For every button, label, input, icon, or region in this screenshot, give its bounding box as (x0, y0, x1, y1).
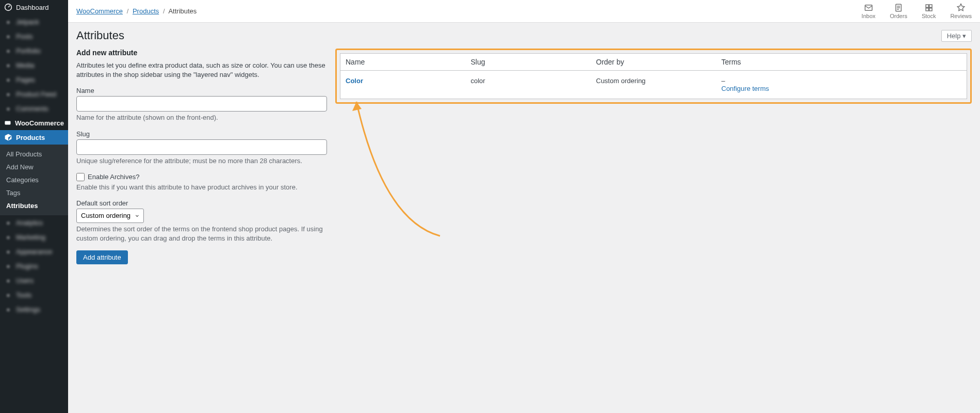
stock-icon (924, 3, 934, 12)
activity-panel: Inbox Orders Stock Reviews (861, 3, 972, 19)
products-icon (4, 133, 12, 141)
sort-help: Determines the sort order of the terms o… (76, 225, 327, 243)
woocommerce-icon (4, 119, 11, 127)
top-bar: WooCommerce / Products / Attributes Inbo… (68, 0, 980, 23)
generic-icon: ● (4, 247, 12, 256)
submenu-tags[interactable]: Tags (0, 186, 68, 199)
generic-icon: ● (4, 104, 12, 113)
svg-rect-7 (929, 8, 932, 11)
sidebar-label-products: Products (16, 134, 45, 141)
name-label: Name (76, 87, 327, 94)
name-help: Name for the attribute (shown on the fro… (76, 113, 327, 122)
highlight-arrow-icon (332, 86, 466, 251)
dashboard-icon (4, 3, 12, 11)
generic-icon: ● (4, 276, 12, 284)
activity-inbox[interactable]: Inbox (861, 3, 875, 19)
sidebar-item-blurred[interactable]: ●Appearance (0, 244, 68, 259)
submenu-categories[interactable]: Categories (0, 173, 68, 186)
sidebar-item-blurred[interactable]: ●Jetpack (0, 14, 68, 29)
attribute-name-link[interactable]: Color (346, 77, 363, 85)
sidebar-item-blurred[interactable]: ●Users (0, 273, 68, 288)
help-button[interactable]: Help ▾ (941, 30, 972, 42)
enable-archives-label: Enable Archives? (88, 173, 139, 181)
sidebar-item-blurred[interactable]: ●Analytics (0, 215, 68, 230)
sidebar-item-blurred[interactable]: ●Media (0, 58, 68, 72)
main-content: WooCommerce / Products / Attributes Inbo… (68, 0, 980, 413)
table-row: Color color Custom ordering – Configure … (340, 71, 967, 99)
sidebar-label-dashboard: Dashboard (16, 4, 49, 11)
generic-icon: ● (4, 46, 12, 55)
generic-icon: ● (4, 218, 12, 227)
slug-help: Unique slug/reference for the attribute;… (76, 156, 327, 166)
slug-label: Slug (76, 130, 327, 138)
svg-rect-6 (926, 8, 928, 11)
attribute-terms: – (722, 77, 725, 85)
attributes-table: Name Slug Order by Terms Color color (340, 53, 967, 99)
submenu-attributes[interactable]: Attributes (0, 199, 68, 212)
sidebar-item-blurred[interactable]: ●Marketing (0, 230, 68, 244)
sidebar-item-blurred[interactable]: ●Settings (0, 302, 68, 316)
generic-icon: ● (4, 18, 12, 26)
submenu-all-products[interactable]: All Products (0, 148, 68, 161)
sort-label: Default sort order (76, 199, 327, 207)
sidebar-label-woocommerce: WooCommerce (15, 119, 64, 127)
add-attribute-button[interactable]: Add attribute (76, 250, 128, 264)
sidebar-item-blurred[interactable]: ●Plugins (0, 259, 68, 273)
inbox-icon (864, 3, 873, 12)
enable-archives-checkbox[interactable] (76, 173, 85, 181)
attribute-slug: color (466, 71, 591, 99)
generic-icon: ● (4, 262, 12, 270)
generic-icon: ● (4, 90, 12, 98)
name-input[interactable] (76, 96, 327, 112)
sidebar-item-woocommerce[interactable]: WooCommerce (0, 116, 68, 130)
svg-rect-4 (926, 5, 928, 7)
add-attribute-form: Add new attribute Attributes let you def… (76, 49, 327, 264)
col-terms[interactable]: Terms (716, 54, 967, 71)
col-name[interactable]: Name (340, 54, 466, 71)
slug-input[interactable] (76, 139, 327, 155)
sidebar-item-blurred[interactable]: ●Posts (0, 29, 68, 43)
form-heading: Add new attribute (76, 49, 327, 57)
activity-stock[interactable]: Stock (922, 3, 936, 19)
generic-icon: ● (4, 291, 12, 299)
breadcrumb-woocommerce[interactable]: WooCommerce (76, 7, 123, 15)
sidebar-item-blurred[interactable]: ●Tools (0, 288, 68, 302)
breadcrumb-products[interactable]: Products (133, 7, 159, 15)
activity-reviews[interactable]: Reviews (950, 3, 972, 19)
sidebar-submenu-products: All Products Add New Categories Tags Att… (0, 145, 68, 215)
generic-icon: ● (4, 75, 12, 84)
generic-icon: ● (4, 32, 12, 40)
chevron-down-icon: ▾ (962, 32, 966, 40)
orders-icon (894, 3, 903, 12)
submenu-add-new[interactable]: Add New (0, 161, 68, 173)
breadcrumb: WooCommerce / Products / Attributes (76, 7, 197, 15)
attributes-table-highlight: Name Slug Order by Terms Color color (335, 49, 972, 104)
admin-sidebar: Dashboard ●Jetpack ●Posts ●Portfolio ●Me… (0, 0, 68, 413)
sort-order-select[interactable]: Custom ordering (76, 209, 144, 223)
col-slug[interactable]: Slug (466, 54, 591, 71)
archives-help: Enable this if you want this attribute t… (76, 183, 327, 192)
generic-icon: ● (4, 61, 12, 69)
reviews-icon (956, 3, 966, 12)
activity-orders[interactable]: Orders (890, 3, 907, 19)
sidebar-item-products[interactable]: Products (0, 130, 68, 145)
sidebar-item-blurred[interactable]: ●Pages (0, 72, 68, 87)
svg-rect-1 (5, 121, 10, 125)
attribute-orderby: Custom ordering (591, 71, 716, 99)
svg-rect-5 (929, 5, 932, 7)
sidebar-item-blurred[interactable]: ●Portfolio (0, 43, 68, 58)
generic-icon: ● (4, 233, 12, 241)
generic-icon: ● (4, 305, 12, 313)
configure-terms-link[interactable]: Configure terms (722, 85, 769, 92)
col-orderby[interactable]: Order by (591, 54, 716, 71)
form-intro: Attributes let you define extra product … (76, 61, 327, 80)
sidebar-item-blurred[interactable]: ●Comments (0, 101, 68, 116)
breadcrumb-current: Attributes (168, 7, 197, 15)
sidebar-item-dashboard[interactable]: Dashboard (0, 0, 68, 14)
sidebar-item-blurred[interactable]: ●Product Feed (0, 87, 68, 101)
page-title: Attributes (76, 29, 124, 42)
